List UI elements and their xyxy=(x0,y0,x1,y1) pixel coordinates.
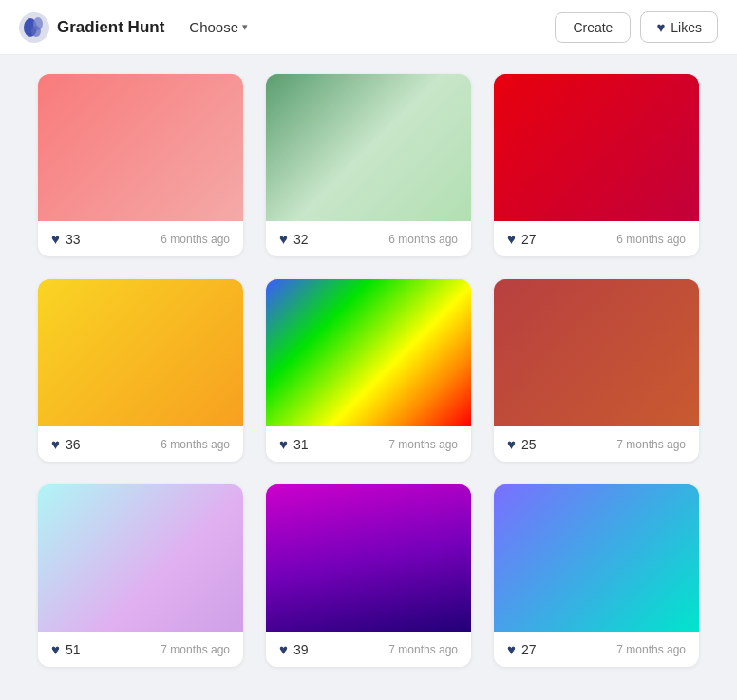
heart-icon: ♥ xyxy=(51,436,60,452)
like-count: 33 xyxy=(66,232,81,247)
card-footer: ♥336 months ago xyxy=(38,221,243,256)
like-count: 32 xyxy=(293,232,309,247)
heart-icon: ♥ xyxy=(507,641,516,657)
gradient-card[interactable]: ♥517 months ago xyxy=(38,484,243,667)
card-footer: ♥277 months ago xyxy=(494,632,699,667)
time-ago: 6 months ago xyxy=(161,233,230,246)
like-section: ♥25 xyxy=(507,436,536,452)
heart-icon: ♥ xyxy=(279,641,288,657)
like-section: ♥36 xyxy=(51,436,80,452)
like-section: ♥33 xyxy=(51,231,80,247)
time-ago: 7 months ago xyxy=(616,643,686,656)
card-footer: ♥366 months ago xyxy=(38,426,243,462)
like-section: ♥39 xyxy=(279,641,308,657)
gradient-preview xyxy=(266,279,471,426)
time-ago: 6 months ago xyxy=(388,233,458,246)
card-footer: ♥326 months ago xyxy=(266,221,471,256)
time-ago: 7 months ago xyxy=(388,438,458,451)
time-ago: 7 months ago xyxy=(161,643,230,656)
gradient-preview xyxy=(266,74,471,221)
like-section: ♥31 xyxy=(279,436,308,452)
choose-button[interactable]: Choose ▾ xyxy=(180,13,257,41)
gradient-card[interactable]: ♥326 months ago xyxy=(266,74,471,256)
card-footer: ♥276 months ago xyxy=(494,221,699,256)
header-right: Create ♥ Likes xyxy=(555,11,718,43)
gradient-preview xyxy=(38,484,243,632)
card-footer: ♥517 months ago xyxy=(38,632,243,667)
gradient-card[interactable]: ♥397 months ago xyxy=(266,484,471,667)
like-section: ♥27 xyxy=(507,641,536,657)
gradient-preview xyxy=(38,279,243,426)
heart-icon: ♥ xyxy=(656,19,665,35)
heart-icon: ♥ xyxy=(279,436,288,452)
create-button[interactable]: Create xyxy=(555,12,631,43)
like-count: 25 xyxy=(521,437,537,452)
heart-icon: ♥ xyxy=(507,436,516,452)
card-footer: ♥257 months ago xyxy=(494,426,699,462)
heart-icon: ♥ xyxy=(51,641,60,657)
like-count: 51 xyxy=(66,642,81,657)
time-ago: 7 months ago xyxy=(616,438,686,451)
gradient-preview xyxy=(494,74,699,221)
like-count: 36 xyxy=(66,437,81,452)
like-section: ♥51 xyxy=(51,641,80,657)
gradient-preview xyxy=(494,279,699,426)
like-count: 31 xyxy=(293,437,309,452)
gradient-preview xyxy=(38,74,243,221)
time-ago: 6 months ago xyxy=(616,233,686,246)
time-ago: 6 months ago xyxy=(161,438,230,451)
time-ago: 7 months ago xyxy=(388,643,458,656)
header: Gradient Hunt Choose ▾ Create ♥ Likes xyxy=(0,0,737,55)
heart-icon: ♥ xyxy=(279,231,288,247)
logo-area: Gradient Hunt xyxy=(19,12,164,43)
gradient-card[interactable]: ♥317 months ago xyxy=(266,279,471,462)
like-count: 27 xyxy=(521,232,537,247)
logo-text: Gradient Hunt xyxy=(57,18,164,37)
gradient-card[interactable]: ♥276 months ago xyxy=(494,74,699,256)
heart-icon: ♥ xyxy=(507,231,516,247)
gradient-preview xyxy=(494,484,699,632)
gradient-preview xyxy=(266,484,471,632)
like-section: ♥27 xyxy=(507,231,536,247)
logo-icon xyxy=(19,12,49,43)
gradient-card[interactable]: ♥277 months ago xyxy=(494,484,699,667)
like-count: 27 xyxy=(521,642,537,657)
heart-icon: ♥ xyxy=(51,231,60,247)
main-content: ♥336 months ago♥326 months ago♥276 month… xyxy=(0,55,737,686)
like-count: 39 xyxy=(293,642,309,657)
chevron-down-icon: ▾ xyxy=(242,21,248,33)
svg-point-3 xyxy=(31,26,41,37)
gradient-card[interactable]: ♥257 months ago xyxy=(494,279,699,462)
gradient-grid: ♥336 months ago♥326 months ago♥276 month… xyxy=(38,74,699,667)
gradient-card[interactable]: ♥366 months ago xyxy=(38,279,243,462)
gradient-card[interactable]: ♥336 months ago xyxy=(38,74,243,256)
card-footer: ♥317 months ago xyxy=(266,426,471,462)
like-section: ♥32 xyxy=(279,231,308,247)
card-footer: ♥397 months ago xyxy=(266,632,471,667)
likes-button[interactable]: ♥ Likes xyxy=(640,11,718,43)
